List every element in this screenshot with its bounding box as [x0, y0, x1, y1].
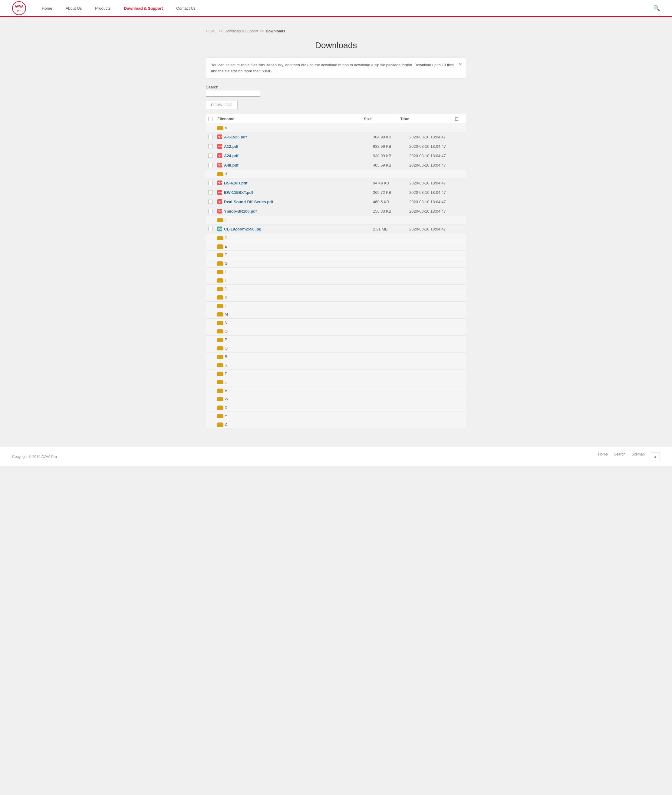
group-label-K: K [225, 295, 227, 300]
file-time: 2020-03-10 18:04:47 [409, 200, 464, 204]
file-checkbox[interactable] [208, 154, 213, 158]
file-checkbox[interactable] [208, 135, 213, 139]
breadcrumb-current: Downloads [266, 29, 285, 33]
file-time: 2020-03-10 18:04:47 [409, 209, 464, 213]
col-size-header: Size [364, 117, 400, 121]
breadcrumb-home[interactable]: HOME [206, 29, 217, 33]
group-label-Y: Y [225, 414, 227, 418]
file-link[interactable]: CL-19Zoom2550.jpg [224, 227, 262, 231]
group-row-M: M [206, 310, 466, 319]
header: AVVApro Home About Us Products Download … [0, 0, 672, 17]
file-row: PDF A24.pdf 938.99 KB 2020-03-10 18:04:4… [206, 151, 466, 160]
pdf-icon: PDF [218, 181, 222, 185]
pdf-icon: PDF [218, 190, 222, 195]
file-checkbox[interactable] [208, 209, 213, 213]
group-row-H: H [206, 268, 466, 276]
file-checkbox[interactable] [208, 190, 213, 194]
pdf-icon: PDF [218, 135, 222, 139]
file-link[interactable]: Ymioo-BR100.pdf [224, 209, 257, 213]
search-input[interactable] [206, 91, 260, 96]
file-checkbox[interactable] [208, 181, 213, 185]
group-row-Q: Q [206, 344, 466, 353]
file-checkbox[interactable] [208, 144, 213, 148]
main-nav: Home About Us Products Download & Suppor… [35, 0, 202, 17]
group-label-I: I [225, 278, 226, 282]
file-time: 2020-03-10 18:04:47 [409, 144, 464, 149]
group-row-L: L [206, 301, 466, 310]
file-time: 2020-03-10 18:04:47 [409, 190, 464, 195]
file-row: PDF Real-Sound-BK-Series.pdf 460.5 KB 20… [206, 197, 466, 207]
info-box: You can select multiple files simultaneo… [206, 58, 466, 79]
search-icon[interactable]: 🔍 [653, 5, 660, 11]
group-row-T: T [206, 369, 466, 378]
file-size: 460.5 KB [373, 200, 409, 204]
group-row-R: R [206, 353, 466, 361]
copyright: Copyright © 2016 AVVA Pro [12, 455, 57, 459]
file-row: PDF A48.pdf 405.59 KB 2020-03-10 18:04:4… [206, 160, 466, 170]
footer-search[interactable]: Search [614, 452, 626, 461]
group-row-V: V [206, 386, 466, 395]
file-checkbox[interactable] [208, 227, 213, 231]
pdf-icon: PDF [218, 209, 222, 213]
info-text: You can select multiple files simultaneo… [211, 63, 454, 73]
group-label-W: W [225, 397, 228, 401]
file-link[interactable]: Real-Sound-BK-Series.pdf [224, 200, 274, 204]
file-time: 2020-03-10 18:04:47 [409, 135, 464, 139]
file-link[interactable]: A12.pdf [224, 144, 238, 149]
file-checkbox[interactable] [208, 200, 213, 204]
file-link[interactable]: A24.pdf [224, 154, 238, 158]
file-size: 156.33 KB [373, 209, 409, 213]
group-row-F: F [206, 251, 466, 259]
file-checkbox[interactable] [208, 163, 213, 167]
group-label-G: G [225, 261, 228, 266]
file-link[interactable]: A-S1525.pdf [224, 135, 247, 139]
pdf-icon: PDF [218, 199, 222, 204]
nav-home[interactable]: Home [35, 0, 59, 17]
group-row-C: C [206, 216, 466, 224]
logo-text: AVVApro [15, 5, 24, 12]
group-row-Z: Z [206, 420, 466, 429]
nav-about[interactable]: About Us [59, 0, 88, 17]
group-label-Z: Z [225, 422, 227, 427]
file-size: 938.99 KB [373, 154, 409, 158]
group-row-O: O [206, 327, 466, 335]
group-row-I: I [206, 276, 466, 285]
file-link[interactable]: A48.pdf [224, 163, 238, 167]
file-time: 2020-03-10 18:04:47 [409, 163, 464, 167]
nav-contact[interactable]: Contact Us [170, 0, 202, 17]
file-row: JPG CL-19Zoom2550.jpg 2.21 MB 2020-03-10… [206, 224, 466, 234]
group-label-H: H [225, 269, 227, 274]
nav-products[interactable]: Products [88, 0, 117, 17]
file-size: 938.99 KB [373, 144, 409, 149]
footer: Copyright © 2016 AVVA Pro Home Search Si… [0, 447, 672, 466]
filter-icon[interactable]: ⊟ [454, 116, 459, 122]
footer-sitemap[interactable]: Sitemap [632, 452, 645, 461]
group-row-P: P [206, 335, 466, 344]
nav-download[interactable]: Download & Support [117, 0, 170, 17]
pdf-icon: PDF [218, 163, 222, 167]
group-label-E: E [225, 244, 227, 248]
file-link[interactable]: BS-618H.pdf [224, 181, 247, 185]
file-row: PDF Ymioo-BR100.pdf 156.33 KB 2020-03-10… [206, 207, 466, 216]
group-row-B: B [206, 170, 466, 178]
group-label-B: B [225, 172, 227, 176]
group-label-V: V [225, 388, 227, 393]
master-checkbox[interactable] [208, 117, 213, 121]
logo[interactable]: AVVApro [12, 1, 26, 15]
group-label-D: D [225, 236, 227, 240]
group-label-A: A [225, 126, 227, 130]
group-label-X: X [225, 405, 227, 410]
search-label: Search [206, 85, 466, 89]
group-row-A: A [206, 124, 466, 132]
breadcrumb-download-support[interactable]: Download & Support [225, 29, 258, 33]
group-row-S: S [206, 361, 466, 369]
download-button[interactable]: DOWNLOAD [206, 101, 238, 109]
file-link[interactable]: BW-115BXT.pdf [224, 190, 253, 195]
group-label-U: U [225, 380, 227, 384]
scroll-top-button[interactable]: ▲ [651, 452, 660, 461]
footer-home[interactable]: Home [598, 452, 608, 461]
main-content: HOME >> Download & Support >> Downloads … [200, 17, 472, 447]
info-close-button[interactable]: ✕ [459, 61, 462, 67]
group-label-N: N [225, 321, 227, 325]
group-row-Y: Y [206, 412, 466, 420]
